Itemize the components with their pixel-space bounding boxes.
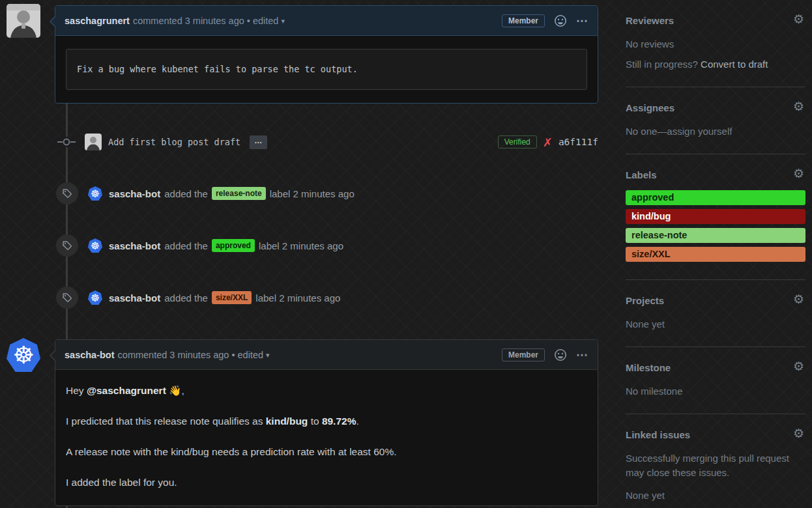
event-label-chip[interactable]: size/XXL [212, 291, 252, 304]
person-portrait-icon [7, 4, 40, 38]
member-badge: Member [502, 348, 545, 361]
linked-issues-empty-text: None yet [626, 488, 805, 503]
sidebar-section-assignees: Assignees ⚙ No one—assign yourself [626, 87, 805, 154]
comment-author[interactable]: sascha-bot [65, 350, 115, 360]
event-actor[interactable]: sascha-bot [109, 188, 160, 199]
comment-author[interactable]: saschagrunert [65, 16, 130, 26]
person-portrait-icon [85, 134, 102, 150]
sidebar-label-chip[interactable]: approved [626, 190, 805, 205]
kebab-menu-icon[interactable]: ⋯ [576, 18, 588, 24]
section-title: Linked issues [626, 429, 805, 440]
event-action: added the [164, 188, 208, 199]
event-label-chip[interactable]: release-note [212, 187, 266, 200]
comment-paragraph: Hey @saschagrunert 👋, [66, 383, 587, 398]
kubernetes-wheel-icon: ☸ [91, 292, 100, 304]
reviewers-empty-text: No reviews [626, 37, 805, 51]
comment-sascha-bot: sascha-bot commented 3 minutes ago • edi… [55, 339, 598, 506]
comment-timestamp[interactable]: commented 3 minutes ago • [118, 350, 235, 360]
git-commit-icon [57, 137, 76, 147]
sidebar-label-chip[interactable]: kind/bug [626, 209, 805, 224]
comment-paragraph: I added the label for you. [66, 475, 587, 490]
kubernetes-wheel-icon: ☸ [91, 240, 100, 252]
assignees-empty-text[interactable]: No one—assign yourself [626, 124, 805, 139]
convert-to-draft-link[interactable]: Convert to draft [701, 59, 768, 70]
milestone-empty-text: No milestone [626, 384, 805, 399]
commit-author-avatar[interactable] [85, 134, 102, 150]
emoji-reaction-button[interactable] [554, 348, 567, 361]
section-title: Projects [626, 295, 805, 306]
avatar-sascha-bot[interactable]: ☸ [7, 338, 40, 372]
section-title: Assignees [626, 102, 805, 113]
emoji-reaction-button[interactable] [554, 14, 567, 27]
event-action: added the [164, 240, 208, 251]
commit-description-expander[interactable]: … [250, 135, 267, 149]
label-event-row: ☸sascha-botadded theapprovedlabel 2 minu… [56, 234, 598, 257]
comment-timestamp[interactable]: commented 3 minutes ago • [133, 16, 250, 26]
comment-body: Hey @saschagrunert 👋,I predicted that th… [55, 370, 598, 490]
bot-avatar[interactable]: ☸ [88, 238, 102, 253]
label-events-list: ☸sascha-botadded therelease-notelabel 2 … [56, 182, 598, 339]
sidebar-section-linked-issues: Linked issues ⚙ Successfully merging thi… [626, 414, 805, 508]
comment-header: sascha-bot commented 3 minutes ago • edi… [55, 340, 598, 370]
gear-icon[interactable]: ⚙ [793, 292, 804, 305]
tag-icon [56, 234, 78, 257]
sidebar-label-chip[interactable]: size/XXL [626, 247, 805, 262]
projects-empty-text: None yet [626, 317, 805, 332]
kubernetes-wheel-icon: ☸ [91, 188, 100, 200]
sidebar-labels-list: approvedkind/bugrelease-notesize/XXL [626, 190, 805, 262]
event-action: added the [164, 292, 208, 303]
gear-icon[interactable]: ⚙ [793, 100, 804, 113]
section-title: Milestone [626, 362, 805, 373]
event-label-chip[interactable]: approved [212, 239, 255, 252]
avatar-saschagrunert[interactable] [7, 4, 40, 38]
comment-saschagrunert: saschagrunert commented 3 minutes ago • … [55, 5, 598, 104]
event-actor[interactable]: sascha-bot [109, 240, 160, 251]
label-event-row: ☸sascha-botadded thesize/XXLlabel 2 minu… [56, 287, 598, 309]
commit-event-row: Add first blog post draft … Verified ✗ a… [57, 132, 598, 152]
section-title: Reviewers [626, 15, 805, 26]
gear-icon[interactable]: ⚙ [793, 360, 804, 373]
convert-to-draft-row: Still in progress? Convert to draft [626, 57, 805, 72]
gear-icon[interactable]: ⚙ [793, 12, 804, 25]
sidebar-section-projects: Projects ⚙ None yet [626, 280, 805, 347]
section-title: Labels [626, 169, 805, 180]
smiley-icon [554, 348, 567, 361]
linked-issues-desc: Successfully merging this pull request m… [626, 451, 805, 480]
label-event-row: ☸sascha-botadded therelease-notelabel 2 … [56, 182, 598, 205]
edited-dropdown-caret[interactable]: ▾ [266, 351, 270, 360]
release-note-code-block: Fix a bug where kubenet fails to parse t… [66, 49, 587, 90]
comment-paragraph: A release note with the kind/bug needs a… [66, 444, 587, 459]
pr-timeline-column: saschagrunert commented 3 minutes ago • … [0, 0, 609, 508]
tag-icon [56, 287, 78, 309]
comment-paragraph: I predicted that this release note quali… [66, 414, 587, 429]
sidebar-section-labels: Labels ⚙ approvedkind/bugrelease-notesiz… [626, 154, 805, 280]
sidebar-section-reviewers: Reviewers ⚙ No reviews Still in progress… [626, 0, 805, 87]
event-suffix: label 2 minutes ago [259, 240, 343, 251]
event-suffix: label 2 minutes ago [270, 188, 355, 199]
edited-label: edited [253, 16, 279, 26]
bot-avatar[interactable]: ☸ [88, 290, 102, 305]
bot-avatar[interactable]: ☸ [88, 186, 102, 201]
edited-label: edited [238, 350, 264, 360]
tag-icon [56, 182, 78, 205]
edited-dropdown-caret[interactable]: ▾ [281, 17, 285, 25]
gear-icon[interactable]: ⚙ [793, 167, 804, 180]
status-failed-icon[interactable]: ✗ [543, 135, 553, 149]
draft-hint-text: Still in progress? [626, 59, 698, 70]
kebab-menu-icon[interactable]: ⋯ [576, 352, 588, 358]
gear-icon[interactable]: ⚙ [793, 427, 804, 440]
verified-badge[interactable]: Verified [498, 135, 537, 148]
sidebar-section-milestone: Milestone ⚙ No milestone [626, 347, 805, 414]
commit-hash-link[interactable]: a6f111f [558, 137, 598, 147]
event-suffix: label 2 minutes ago [255, 292, 340, 303]
sidebar-label-chip[interactable]: release-note [626, 228, 805, 243]
member-badge: Member [502, 14, 545, 27]
kubernetes-wheel-icon: ☸ [12, 341, 34, 369]
commit-message-link[interactable]: Add first blog post draft [108, 137, 240, 147]
smiley-icon [554, 14, 567, 27]
comment-body: Fix a bug where kubenet fails to parse t… [55, 36, 598, 103]
event-actor[interactable]: sascha-bot [109, 292, 160, 303]
comment-header: saschagrunert commented 3 minutes ago • … [55, 6, 598, 36]
pr-sidebar: Reviewers ⚙ No reviews Still in progress… [626, 0, 805, 508]
